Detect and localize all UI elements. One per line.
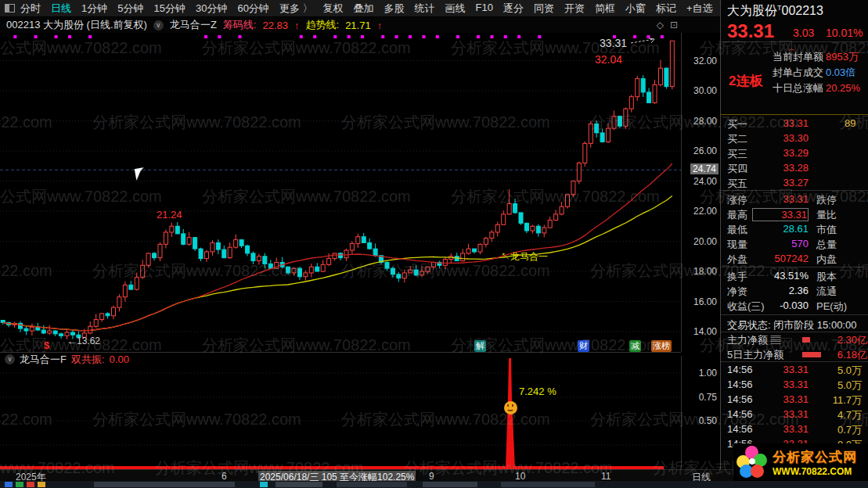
- indicator-name[interactable]: 龙马合一Z: [170, 18, 217, 32]
- indicator-chart[interactable]: 7.242 %: [0, 356, 681, 469]
- chart-tag-button-解[interactable]: 解: [474, 340, 486, 352]
- money-flow-row: 主力净额 ▤2.30亿: [721, 333, 868, 348]
- price-change: 3.03: [793, 27, 814, 39]
- last-price-annotation: 33.31: [600, 37, 627, 49]
- menu-item-1分钟[interactable]: 1分钟: [81, 2, 107, 16]
- menu-item-叠加[interactable]: 叠加: [354, 2, 374, 16]
- menu-item-复权[interactable]: 复权: [323, 2, 344, 16]
- chevron-down-icon[interactable]: ∨: [5, 354, 15, 364]
- taskbar-item[interactable]: [276, 482, 322, 487]
- taskbar-item[interactable]: [27, 482, 34, 487]
- diamond-icon[interactable]: ◇: [657, 20, 664, 30]
- taskbar[interactable]: [0, 481, 868, 488]
- menu-item-15分钟[interactable]: 15分钟: [153, 2, 185, 16]
- menu-item-更多 〉[interactable]: 更多 〉: [279, 2, 313, 16]
- quote-panel: 大为股份T002213 33.31 3.03 10.01% ︿ 2连板 当前封单…: [720, 0, 868, 469]
- menu-item-同资[interactable]: 同资: [534, 2, 554, 16]
- date-axis-label: 9: [429, 471, 434, 482]
- taskbar-item[interactable]: [260, 482, 268, 487]
- date-axis-label: 6: [222, 471, 227, 482]
- stock-name: 大为股份T002213: [727, 3, 823, 20]
- menu-item-统计[interactable]: 统计: [415, 2, 435, 16]
- stock-code: 002213: [782, 4, 823, 17]
- indicator-tick: 1.00: [699, 368, 717, 379]
- candlestick-svg: [0, 33, 681, 352]
- limit-up-streak-badge: 2连板: [729, 72, 762, 90]
- panel-toggle-icon[interactable]: [5, 4, 15, 13]
- taskbar-item[interactable]: [38, 482, 45, 487]
- chip-line-label: 筹码线:: [223, 18, 257, 32]
- chart-header: 002213 大为股份 (日线.前复权) ∨ 龙马合一Z 筹码线: 22.83 …: [0, 17, 720, 33]
- menu-item-标记[interactable]: 标记: [656, 2, 676, 16]
- bid-level-row: 买四33.28: [721, 162, 868, 177]
- price-tick: 22.00: [693, 206, 717, 217]
- menu-item-5分钟[interactable]: 5分钟: [117, 2, 143, 16]
- price-change-pct: 10.01%: [826, 27, 863, 39]
- chart-tag-button-涨榜[interactable]: 涨榜: [651, 340, 672, 352]
- chart-tag-button-财[interactable]: 财: [578, 340, 589, 352]
- date-axis-label: 10: [515, 471, 525, 482]
- taskbar-item[interactable]: [337, 482, 407, 487]
- quote-stat-row: 净资2.36流通: [721, 285, 868, 300]
- spike-value-label: 7.242 %: [519, 386, 556, 397]
- indicator-tick: 0.75: [699, 392, 717, 403]
- price-tick: 20.00: [693, 236, 717, 247]
- sub-indicator-name[interactable]: 龙马合一F: [20, 353, 67, 367]
- bid-level-row: 买三33.29: [721, 147, 868, 162]
- trend-line-label: 趋势线:: [306, 18, 340, 32]
- logo-site-url: WWW.70822.COM: [773, 466, 857, 477]
- prev-high-annotation: 32.04: [595, 53, 622, 66]
- menu-item-简框[interactable]: 简框: [595, 2, 615, 16]
- sub-indicator-header: ∨ 龙马合一F 双共振: 0.00: [0, 352, 681, 366]
- date-axis-label: 11: [601, 471, 610, 482]
- menu-item-画线[interactable]: 画线: [445, 2, 466, 16]
- price-tick: 28.00: [693, 116, 717, 127]
- quote-stat-row: 最高33.31量比: [721, 208, 868, 223]
- smiley-face-icon: [504, 401, 517, 414]
- trade-tick-row: 14:5633.310.7万: [721, 423, 868, 438]
- menu-item-30分钟[interactable]: 30分钟: [196, 2, 227, 16]
- menu-item-多股[interactable]: 多股: [384, 2, 405, 16]
- limit-order-stat: 十日总涨幅20.25%: [773, 81, 868, 95]
- taskbar-item[interactable]: [5, 482, 13, 487]
- menu-item-分时[interactable]: 分时: [20, 2, 41, 16]
- quote-stat-row: 换手43.51%股本: [721, 270, 868, 285]
- site-logo[interactable]: 分析家公式网 WWW.70822.COM: [733, 443, 868, 481]
- trade-tick-row: 14:5633.314.7万: [721, 408, 868, 423]
- taskbar-item[interactable]: [94, 482, 235, 487]
- taskbar-item[interactable]: [501, 482, 595, 487]
- menu-item-F10[interactable]: F10: [476, 2, 493, 16]
- chevron-down-icon[interactable]: ∨: [153, 20, 164, 30]
- up-arrow-icon: ↑: [377, 20, 383, 31]
- trade-tick-row: 14:5633.315.0万: [721, 364, 868, 379]
- menu-item-+自选[interactable]: +自选: [686, 2, 713, 16]
- chart-tag-button-减[interactable]: 减: [629, 340, 641, 352]
- price-tick: 30.00: [693, 85, 717, 96]
- menu-item-逐分[interactable]: 逐分: [503, 2, 524, 16]
- quote-stat-row: 外盘507242内盘: [721, 253, 868, 267]
- taskbar-item[interactable]: [16, 482, 23, 487]
- flower-logo-icon: [737, 446, 768, 479]
- crosshair-price-label: 24.74: [690, 163, 719, 174]
- price-tick: 32.00: [693, 56, 717, 66]
- menu-item-小窗[interactable]: 小窗: [625, 2, 646, 16]
- price-axis: 32.0030.0028.0026.0024.0022.0020.0018.00…: [681, 33, 720, 352]
- indicator-axis: 1.000.750.50: [681, 356, 720, 469]
- chart-title: 002213 大为股份 (日线.前复权): [6, 18, 147, 32]
- menu-item-60分钟[interactable]: 60分钟: [237, 2, 268, 16]
- menu-item-开资[interactable]: 开资: [564, 2, 585, 16]
- candlestick-chart[interactable]: 21.24←13.62$33.3132.04↖龙马合一解财减涨榜: [0, 33, 681, 352]
- chart-window-icon[interactable]: ⊡: [670, 20, 678, 30]
- bid-level-row: 买一33.3189: [721, 117, 868, 132]
- price-tick: 24.00: [693, 176, 717, 187]
- menu-item-日线[interactable]: 日线: [51, 2, 71, 16]
- last-price: 33.31: [727, 20, 774, 42]
- trade-tick-row: 14:5633.315.0万: [721, 379, 868, 393]
- top-menu-bar: 分时日线1分钟5分钟15分钟30分钟60分钟更多 〉复权叠加多股统计画线F10逐…: [0, 0, 720, 17]
- price-tick: 18.00: [693, 266, 717, 277]
- low-price-annotation: ←13.62: [67, 336, 100, 346]
- logo-site-name: 分析家公式网: [773, 448, 857, 466]
- limit-order-stat: 当前封单额8953万: [773, 50, 868, 64]
- taskbar-item[interactable]: [423, 482, 477, 487]
- signal-marker: $: [44, 339, 49, 351]
